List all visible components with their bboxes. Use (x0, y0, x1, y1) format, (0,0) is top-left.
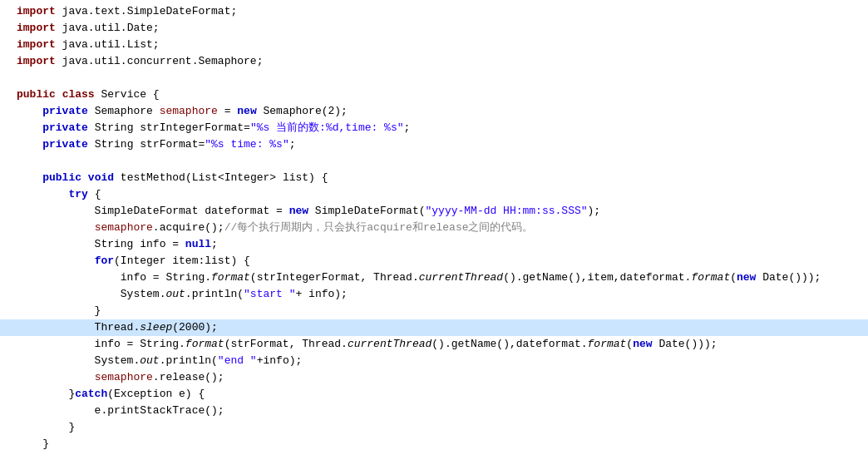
code-line-11: public void testMethod(List<Integer> lis… (0, 170, 868, 186)
code-line-9: private String strFormat="%s time: %s"; (0, 136, 868, 153)
code-line-10 (0, 153, 868, 170)
code-line-25: e.printStackTrace(); (0, 403, 868, 419)
code-line-18: System.out.println("start "+ info); (0, 286, 868, 303)
code-content-9: private String strFormat="%s time: %s"; (13, 136, 868, 153)
code-line-13: SimpleDateFormat dateformat = new Simple… (0, 203, 868, 220)
code-line-23: semaphore.release(); (0, 369, 868, 386)
code-line-2: import java.util.Date; (0, 20, 868, 37)
code-content-1: import java.text.SimpleDateFormat; (13, 3, 868, 20)
code-content-3: import java.util.List; (13, 37, 868, 53)
code-line-12: try { (0, 186, 868, 203)
code-content-6: public class Service { (13, 87, 868, 103)
code-line-19: } (0, 303, 868, 319)
code-line-22: System.out.println("end "+info); (0, 353, 868, 369)
code-content-27: } (13, 436, 868, 450)
code-content-8: private String strIntegerFormat="%s 当前的数… (13, 120, 868, 136)
code-line-27: } (0, 436, 868, 450)
code-content-18: System.out.println("start "+ info); (13, 286, 868, 303)
code-content-25: e.printStackTrace(); (13, 403, 868, 419)
code-line-7: private Semaphore semaphore = new Semaph… (0, 103, 868, 120)
code-line-20: Thread.sleep(2000); (0, 319, 868, 336)
code-content-19: } (13, 303, 868, 319)
code-content-21: info = String.format(strFormat, Thread.c… (13, 336, 868, 353)
code-line-16: for(Integer item:list) { (0, 253, 868, 270)
code-line-5 (0, 70, 868, 87)
code-editor: import java.text.SimpleDateFormat; impor… (0, 0, 868, 450)
code-line-8: private String strIntegerFormat="%s 当前的数… (0, 120, 868, 136)
code-line-21: info = String.format(strFormat, Thread.c… (0, 336, 868, 353)
code-line-4: import java.util.concurrent.Semaphore; (0, 53, 868, 70)
code-content-13: SimpleDateFormat dateformat = new Simple… (13, 203, 868, 220)
code-line-15: String info = null; (0, 236, 868, 253)
code-content-12: try { (13, 186, 868, 203)
code-content-14: semaphore.acquire();//每个执行周期内，只会执行acquir… (13, 220, 868, 236)
code-line-24: }catch(Exception e) { (0, 386, 868, 403)
code-line-26: } (0, 419, 868, 436)
code-content-4: import java.util.concurrent.Semaphore; (13, 53, 868, 70)
code-content-16: for(Integer item:list) { (13, 253, 868, 270)
code-content-2: import java.util.Date; (13, 20, 868, 37)
code-line-1: import java.text.SimpleDateFormat; (0, 3, 868, 20)
code-content-11: public void testMethod(List<Integer> lis… (13, 170, 868, 186)
code-line-3: import java.util.List; (0, 37, 868, 53)
keyword-import: import (17, 5, 56, 17)
code-content-17: info = String.format(strIntegerFormat, T… (13, 270, 868, 286)
code-content-26: } (13, 419, 868, 436)
code-content-24: }catch(Exception e) { (13, 386, 868, 403)
code-content-15: String info = null; (13, 236, 868, 253)
code-content-23: semaphore.release(); (13, 369, 868, 386)
code-content-7: private Semaphore semaphore = new Semaph… (13, 103, 868, 120)
code-line-17: info = String.format(strIntegerFormat, T… (0, 270, 868, 286)
code-line-14: semaphore.acquire();//每个执行周期内，只会执行acquir… (0, 220, 868, 236)
code-line-6: public class Service { (0, 87, 868, 103)
code-content-20: Thread.sleep(2000); (13, 319, 868, 336)
code-content-22: System.out.println("end "+info); (13, 353, 868, 369)
